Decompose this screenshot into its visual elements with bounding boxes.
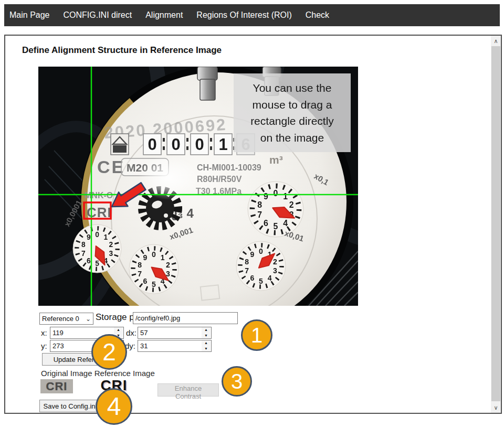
svg-text:5: 5 [95, 260, 99, 268]
nav-check[interactable]: Check [299, 10, 336, 20]
drag-hint-overlay: You can use the mouse to drag a rectangl… [234, 73, 351, 152]
svg-text:1: 1 [218, 135, 227, 154]
svg-text:8: 8 [245, 258, 249, 266]
svg-text:1: 1 [103, 233, 108, 241]
x-label: x: [41, 328, 47, 337]
dx-input-wrap: ▲ ▼ [138, 327, 212, 339]
svg-text:4: 4 [268, 274, 272, 282]
dx-label: dx: [126, 328, 136, 337]
svg-text:0: 0 [152, 250, 156, 259]
svg-text:R80H/R50V: R80H/R50V [197, 175, 242, 184]
annotation-circle-2: 2 [91, 334, 127, 370]
svg-text:9: 9 [87, 233, 91, 241]
svg-text:0: 0 [95, 231, 99, 239]
x-spinner-up-icon[interactable]: ▲ [114, 327, 123, 333]
svg-text:3: 3 [273, 266, 277, 275]
dy-spinner-down-icon[interactable]: ▼ [202, 346, 211, 352]
scroll-down-icon[interactable]: ∨ [491, 402, 501, 413]
dx-spinner-down-icon[interactable]: ▼ [202, 333, 211, 339]
nav-regions-of-interest[interactable]: Regions Of Interest (ROI) [190, 10, 298, 20]
svg-text:6: 6 [250, 274, 255, 282]
annotation-circle-3: 3 [222, 366, 252, 397]
chevron-down-icon: ⌄ [86, 315, 91, 323]
svg-text:6: 6 [264, 219, 268, 228]
dx-spinner-up-icon[interactable]: ▲ [202, 327, 211, 333]
svg-text:1: 1 [283, 192, 288, 201]
y-label: y: [41, 341, 47, 350]
svg-text:0: 0 [259, 247, 263, 255]
svg-text:0: 0 [148, 135, 156, 154]
svg-text:9: 9 [264, 192, 268, 201]
dy-input-wrap: ▲ ▼ [138, 340, 212, 352]
svg-text:9: 9 [143, 253, 148, 262]
save-to-config-button[interactable]: Save to Config.ini [39, 400, 101, 412]
svg-text:CH-MI001-10039: CH-MI001-10039 [197, 163, 261, 172]
meter-unit: m³ [269, 154, 283, 166]
svg-text:8: 8 [257, 200, 262, 209]
vertical-scrollbar[interactable]: ∧ ∨ [491, 36, 501, 413]
dy-input[interactable] [138, 340, 200, 351]
enhance-contrast-button[interactable]: Enhance Contrast [158, 383, 219, 397]
svg-text:7: 7 [257, 210, 262, 219]
annotation-circle-4: 4 [96, 388, 132, 425]
nav-alignment[interactable]: Alignment [139, 10, 190, 20]
top-nav: Main Page CONFIG.INI direct Alignment Re… [4, 4, 500, 26]
svg-text:3: 3 [109, 250, 113, 258]
svg-text:CE: CE [97, 157, 125, 177]
svg-text:7: 7 [138, 270, 142, 278]
svg-text:0: 0 [274, 189, 278, 198]
svg-text:2: 2 [273, 258, 277, 266]
reference-select-value: Reference 0 [42, 315, 79, 323]
svg-text:7: 7 [81, 250, 86, 258]
svg-text:0: 0 [171, 135, 180, 154]
reference-image-canvas[interactable]: 2020 2000692 [38, 67, 358, 306]
svg-text:8: 8 [138, 261, 142, 269]
svg-text:7: 7 [245, 266, 249, 275]
svg-text:2: 2 [166, 261, 170, 269]
svg-text:6: 6 [87, 257, 91, 265]
reference-select[interactable]: Reference 0 ⌄ [39, 313, 93, 325]
storage-path-input[interactable] [133, 312, 238, 324]
nav-config-ini-direct[interactable]: CONFIG.INI direct [57, 10, 139, 20]
svg-text:5: 5 [152, 280, 156, 288]
svg-text:0: 0 [195, 135, 204, 154]
page: Main Page CONFIG.INI direct Alignment Re… [0, 0, 504, 428]
content-frame: Define Alignment Structure in Reference … [4, 35, 502, 414]
svg-text:2: 2 [109, 241, 113, 249]
dy-spinner-up-icon[interactable]: ▲ [202, 340, 211, 346]
svg-text:9: 9 [250, 250, 255, 259]
dx-input[interactable] [138, 327, 200, 338]
svg-text:4: 4 [283, 219, 288, 228]
page-title: Define Alignment Structure in Reference … [22, 45, 222, 56]
annotation-circle-1: 1 [241, 319, 272, 351]
svg-text:1: 1 [161, 253, 165, 262]
svg-text:8: 8 [81, 241, 86, 249]
svg-text:5: 5 [259, 277, 263, 285]
scrollbar-thumb[interactable] [491, 46, 500, 401]
svg-text:5: 5 [274, 222, 278, 231]
svg-text:MNK-O: MNK-O [85, 191, 113, 200]
scroll-up-icon[interactable]: ∧ [491, 36, 501, 46]
svg-text:6: 6 [143, 277, 148, 285]
nav-main-page[interactable]: Main Page [4, 10, 57, 20]
original-image-thumbnail: CRI [40, 379, 73, 393]
svg-text:2: 2 [289, 200, 294, 209]
